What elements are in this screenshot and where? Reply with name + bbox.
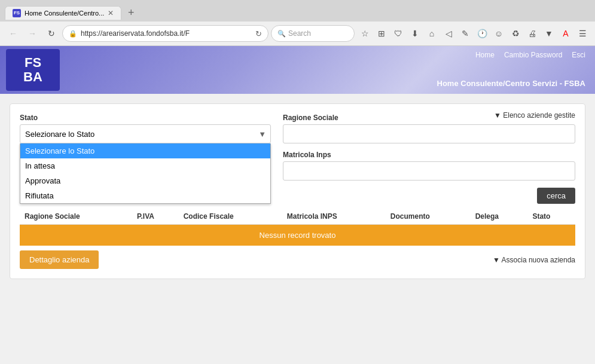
col-matricola-inps: Matricola INPS — [282, 209, 386, 225]
shield-icon[interactable]: 🛡 — [390, 26, 406, 41]
browser-toolbar: ← → ↻ 🔒 https://areariservata.fondofsba.… — [0, 22, 595, 45]
address-url: https://areariservata.fondofsba.it/F — [81, 29, 252, 38]
table-header-row: Ragione Sociale P.IVA Codice Fiscale Mat… — [20, 209, 575, 225]
dettaglio-azienda-button[interactable]: Dettaglio azienda — [20, 250, 99, 269]
download-icon[interactable]: ⬇ — [407, 26, 423, 41]
matricola-inps-label: Matricola Inps — [283, 151, 575, 159]
dropdown-option-in-attesa[interactable]: In attesa — [20, 158, 270, 173]
address-icon[interactable]: ◁ — [441, 26, 456, 41]
select-arrow-icon: ▼ — [258, 130, 266, 139]
main-card: ▼ Elenco aziende gestite Stato Seleziona… — [10, 103, 585, 279]
app-header: FS BA Home Cambio Password Esci Home Con… — [0, 46, 595, 94]
bottom-actions: Dettaglio azienda ▼ Associa nuova aziend… — [20, 250, 575, 269]
stato-label: Stato — [20, 114, 271, 122]
form-right-column: Ragione Sociale Matricola Inps — [283, 114, 575, 181]
dropdown-option-approvata[interactable]: Approvata — [20, 173, 270, 188]
nav-esci-link[interactable]: Esci — [572, 51, 585, 59]
table-body: Nessun record trovato — [20, 225, 575, 246]
table-header: Ragione Sociale P.IVA Codice Fiscale Mat… — [20, 209, 575, 225]
cerca-button[interactable]: cerca — [537, 188, 575, 204]
nav-home-link[interactable]: Home — [475, 51, 495, 59]
logo-text: FS BA — [23, 56, 42, 84]
tab-title: Home Consulente/Centro... — [25, 10, 104, 17]
stato-select[interactable]: Selezionare lo Stato ▼ — [20, 124, 271, 143]
search-icon: 🔍 — [277, 30, 286, 38]
search-bar[interactable]: 🔍 Search — [271, 25, 355, 42]
toolbar-icons: ☆ ⊞ 🛡 ⬇ ⌂ ◁ ✎ 🕐 ☺ ♻ 🖨 ▼ A ☰ — [357, 26, 590, 41]
address-bar[interactable]: 🔒 https://areariservata.fondofsba.it/F ↻ — [62, 25, 268, 42]
associa-nuova-azienda-link[interactable]: ▼ Associa nuova azienda — [493, 256, 575, 264]
face-icon[interactable]: ☺ — [491, 26, 506, 41]
tab-favicon: FS — [13, 9, 21, 17]
avast-icon[interactable]: A — [558, 26, 573, 41]
search-placeholder: Search — [288, 29, 311, 38]
reading-list-icon[interactable]: ⊞ — [374, 26, 389, 41]
print-icon[interactable]: 🖨 — [524, 26, 540, 41]
tab-bar: FS Home Consulente/Centro... ✕ + — [0, 0, 595, 22]
form-row-1: Stato Selezionare lo Stato ▼ Selezionare… — [20, 114, 575, 181]
matricola-inps-group: Matricola Inps — [283, 151, 575, 181]
forward-button[interactable]: → — [24, 25, 41, 42]
main-content: ▼ Elenco aziende gestite Stato Seleziona… — [0, 94, 595, 351]
stato-select-wrapper: Selezionare lo Stato ▼ Selezionare lo St… — [20, 124, 271, 143]
history-icon[interactable]: 🕐 — [474, 26, 490, 41]
stato-dropdown: Selezionare lo Stato In attesa Approvata… — [20, 143, 271, 204]
new-tab-button[interactable]: + — [124, 5, 138, 20]
no-records-message: Nessun record trovato — [20, 225, 575, 246]
col-delega: Delega — [471, 209, 528, 225]
matricola-inps-input[interactable] — [283, 161, 575, 181]
col-codice-fiscale: Codice Fiscale — [179, 209, 282, 225]
home-icon[interactable]: ⌂ — [424, 26, 440, 41]
results-table: Ragione Sociale P.IVA Codice Fiscale Mat… — [20, 209, 575, 246]
col-stato: Stato — [527, 209, 575, 225]
stato-selected-value: Selezionare lo Stato — [25, 130, 94, 139]
menu-dropdown-icon[interactable]: ▼ — [541, 26, 557, 41]
tab-close-button[interactable]: ✕ — [108, 9, 114, 17]
col-ragione-sociale: Ragione Sociale — [20, 209, 132, 225]
header-nav: Home Cambio Password Esci — [475, 51, 585, 59]
dropdown-option-rifiutata[interactable]: Rifiutata — [20, 188, 270, 203]
col-piva: P.IVA — [132, 209, 179, 225]
browser-tab[interactable]: FS Home Consulente/Centro... ✕ — [5, 6, 121, 20]
logo: FS BA — [6, 49, 60, 91]
stato-group: Stato Selezionare lo Stato ▼ Selezionare… — [20, 114, 271, 143]
nav-cambio-password-link[interactable]: Cambio Password — [504, 51, 562, 59]
bookmark-icon[interactable]: ☆ — [357, 26, 373, 41]
elenco-aziende-link[interactable]: ▼ Elenco aziende gestite — [494, 111, 575, 120]
tools-icon[interactable]: ✎ — [457, 26, 473, 41]
col-documento: Documento — [386, 209, 471, 225]
dropdown-option-selezionare[interactable]: Selezionare lo Stato — [20, 143, 270, 158]
ragione-sociale-input[interactable] — [283, 124, 575, 143]
no-records-row: Nessun record trovato — [20, 225, 575, 246]
reload-button[interactable]: ↻ — [43, 25, 60, 42]
sync-icon[interactable]: ♻ — [508, 26, 523, 41]
back-button[interactable]: ← — [5, 25, 22, 42]
address-reload-icon[interactable]: ↻ — [255, 29, 262, 38]
header-subtitle: Home Consulente/Centro Servizi - FSBA — [437, 79, 585, 88]
lock-icon: 🔒 — [69, 30, 77, 38]
browser-chrome: FS Home Consulente/Centro... ✕ + ← → ↻ 🔒… — [0, 0, 595, 46]
overflow-menu-icon[interactable]: ☰ — [575, 26, 590, 41]
